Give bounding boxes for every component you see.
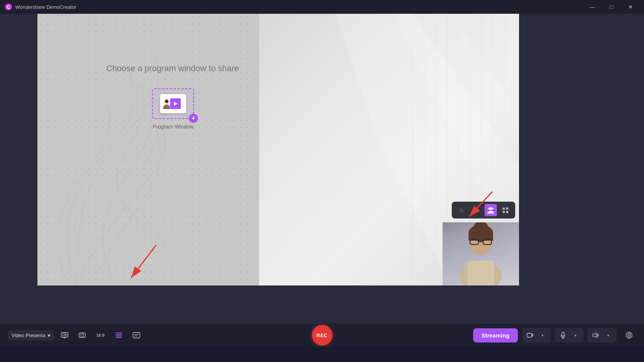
program-window-icon[interactable]: + [152, 88, 194, 119]
svg-point-26 [488, 208, 490, 210]
svg-rect-28 [503, 207, 505, 210]
streaming-button[interactable]: Streaming [473, 328, 518, 342]
svg-rect-52 [562, 332, 564, 336]
webcam-grid-icon [502, 207, 509, 214]
camera-button[interactable] [524, 329, 536, 341]
dropdown-chevron-icon: ▾ [48, 333, 50, 338]
svg-text:C: C [7, 5, 10, 10]
app-logo: C [5, 3, 12, 11]
svg-point-40 [65, 334, 67, 336]
svg-point-56 [628, 334, 630, 336]
program-window-label: Program Window [152, 124, 193, 130]
svg-rect-30 [503, 211, 505, 213]
webcam-circle-btn[interactable]: ○ [456, 204, 468, 216]
record-button[interactable]: REC [312, 325, 333, 346]
mic-group: ▾ [555, 328, 584, 342]
webcam-controls-panel: ○ □ [452, 202, 515, 219]
webcam-grid-btn[interactable] [499, 204, 511, 216]
ratio-label: 16:9 [96, 333, 105, 338]
svg-point-27 [492, 208, 494, 210]
speaker-button[interactable] [590, 329, 602, 341]
stripe-pattern-icon [115, 332, 123, 339]
svg-rect-6 [435, 14, 436, 285]
app-title: Wondershare DemoCreator [15, 4, 76, 10]
speaker-group: ▾ [587, 328, 616, 342]
camera-chevron-button[interactable]: ▾ [536, 329, 548, 341]
overlay-icon [78, 332, 86, 338]
title-bar: C Wondershare DemoCreator — □ ✕ [0, 0, 644, 14]
play-triangle-icon [173, 101, 178, 106]
overlay-button[interactable] [75, 328, 89, 342]
svg-marker-14 [174, 102, 177, 106]
palm-shadow [37, 14, 259, 285]
webcam-overlay [443, 222, 519, 285]
title-bar-left: C Wondershare DemoCreator [5, 3, 76, 11]
svg-marker-55 [593, 333, 596, 338]
svg-point-25 [490, 207, 492, 210]
settings-button[interactable] [622, 328, 636, 342]
gear-icon [625, 331, 633, 339]
webcam-person-svg [446, 222, 515, 285]
webcam-square-btn[interactable]: □ [470, 204, 482, 216]
screen-icon [61, 332, 68, 338]
toolbar-center: REC [312, 325, 333, 346]
svg-rect-29 [506, 207, 508, 210]
canvas-area: Choose a program window to share [37, 14, 519, 285]
svg-rect-31 [506, 211, 508, 213]
main-area: Choose a program window to share [0, 14, 644, 347]
video-preset-dropdown[interactable]: Video Presenta ▾ [8, 330, 54, 341]
toolbar-left: Video Presenta ▾ 16:9 [8, 328, 144, 342]
webcam-person-btn[interactable] [485, 204, 497, 216]
camera-icon [527, 332, 534, 338]
svg-rect-5 [423, 14, 425, 285]
video-preset-label: Video Presenta [11, 333, 45, 338]
speaker-chevron-button[interactable]: ▾ [602, 329, 614, 341]
webcam-person-icon [487, 207, 494, 214]
speaker-icon [592, 332, 599, 338]
mic-button[interactable] [557, 329, 569, 341]
play-button-icon [170, 98, 181, 109]
svg-rect-50 [527, 333, 532, 337]
svg-rect-47 [133, 333, 140, 338]
svg-rect-16 [467, 261, 494, 285]
svg-rect-39 [63, 334, 65, 336]
person-icon [162, 98, 171, 109]
program-window-inner [160, 94, 186, 113]
program-window-widget[interactable]: + Program Window [152, 88, 194, 130]
stripe-pattern-button[interactable] [112, 328, 126, 342]
ratio-button[interactable]: 16:9 [92, 328, 109, 342]
screen-button[interactable] [57, 328, 72, 342]
svg-rect-4 [412, 14, 413, 285]
caption-icon [133, 332, 140, 338]
caption-button[interactable] [129, 328, 144, 342]
maximize-button[interactable]: □ [603, 1, 620, 13]
close-button[interactable]: ✕ [622, 1, 639, 13]
mic-chevron-button[interactable]: ▾ [569, 329, 581, 341]
mic-icon [560, 332, 566, 339]
dotted-background [37, 14, 259, 285]
choose-window-text: Choose a program window to share [106, 64, 239, 73]
svg-rect-42 [81, 334, 84, 336]
window-controls: — □ ✕ [584, 1, 639, 13]
toolbar-right: Streaming ▾ [473, 328, 636, 342]
camera-group: ▾ [522, 328, 551, 342]
bottom-toolbar: Video Presenta ▾ 16:9 [0, 324, 644, 347]
add-program-button[interactable]: + [189, 114, 198, 123]
svg-point-13 [165, 99, 169, 103]
minimize-button[interactable]: — [584, 1, 601, 13]
svg-rect-41 [79, 333, 85, 338]
